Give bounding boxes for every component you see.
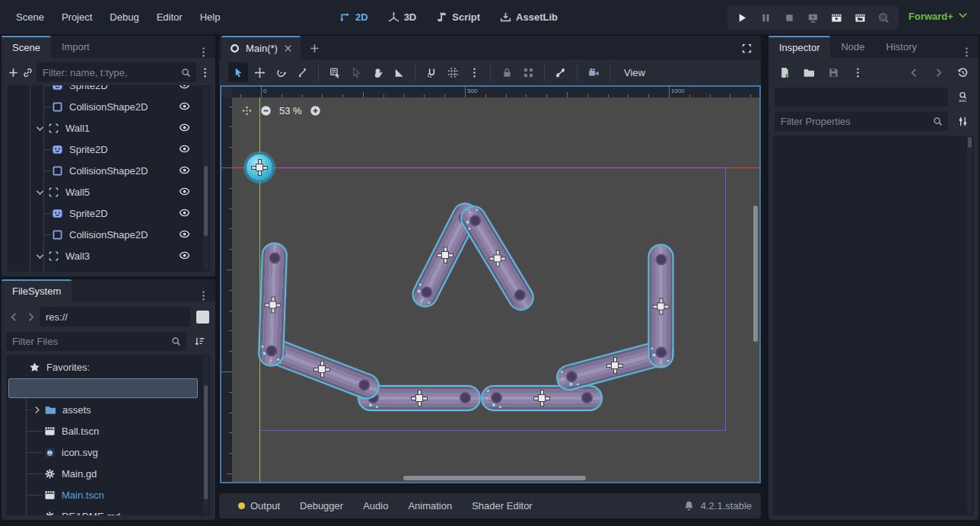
canvas-vscrollbar[interactable] — [753, 97, 759, 475]
center-view-icon[interactable] — [241, 105, 253, 116]
fs-item-readme-md[interactable]: README.md — [6, 505, 210, 515]
scene-node-collisionshape2d[interactable]: CollisionShape2D — [8, 160, 210, 181]
scene-node-sprite2d[interactable]: Sprite2D — [8, 202, 210, 224]
scene-filter-input[interactable] — [37, 62, 196, 82]
movie-reel-button[interactable] — [873, 8, 894, 27]
scene-node-sprite2d[interactable]: Sprite2D — [8, 139, 210, 160]
wall-capsule[interactable] — [481, 385, 603, 411]
pause-button[interactable] — [756, 8, 776, 27]
open-docs-button[interactable]: DOC — [953, 87, 972, 107]
visibility-eye-icon[interactable] — [179, 100, 190, 112]
fs-item-main-tscn[interactable]: Main.tscn — [6, 484, 210, 505]
filesystem-menu-button[interactable] — [192, 290, 215, 301]
preview-camera[interactable] — [584, 62, 603, 82]
zoom-level[interactable]: 53 % — [279, 105, 302, 116]
fs-forward-button[interactable] — [23, 307, 38, 327]
scene-tree-scrollbar[interactable] — [203, 87, 208, 270]
scene-node-collisionshape2d[interactable]: CollisionShape2D — [8, 224, 210, 245]
inspector-filter-input[interactable] — [775, 112, 948, 131]
visibility-eye-icon[interactable] — [179, 143, 190, 155]
viewport-canvas[interactable]: 53 % — [232, 97, 759, 482]
fs-split-mode-button[interactable] — [196, 311, 209, 324]
scale-tool[interactable] — [292, 62, 312, 82]
group-node-button[interactable] — [518, 62, 538, 82]
scene-node-sprite2d[interactable]: Sprite2D — [8, 266, 210, 272]
save-resource-button[interactable] — [823, 62, 843, 82]
distraction-free-button[interactable] — [737, 38, 756, 58]
visibility-eye-icon[interactable] — [179, 207, 190, 218]
fs-item-assets[interactable]: assets — [6, 399, 210, 420]
tab-inspector[interactable]: Inspector — [768, 36, 830, 58]
scene-node-collisionshape2d[interactable]: CollisionShape2D — [8, 96, 210, 117]
tab-filesystem[interactable]: FileSystem — [2, 279, 72, 301]
tab-main-scene[interactable]: Main(*) — [221, 36, 301, 59]
mode-assetlib[interactable]: AssetLib — [495, 8, 562, 26]
tab-scene[interactable]: Scene — [2, 36, 51, 58]
scene-node-wall5[interactable]: Wall5 — [8, 181, 210, 202]
fs-sort-button[interactable] — [189, 331, 209, 351]
fs-tree-scrollbar[interactable] — [203, 356, 208, 514]
tab-node[interactable]: Node — [830, 36, 875, 58]
renderer-selector[interactable]: Forward+ — [908, 9, 969, 23]
lock-node-button[interactable] — [497, 62, 517, 82]
mode-script[interactable]: Script — [431, 8, 485, 26]
menu-project[interactable]: Project — [54, 8, 100, 27]
remote-button[interactable] — [803, 8, 823, 27]
add-node-button[interactable] — [8, 62, 19, 82]
fs-item-ball-tscn[interactable]: Ball.tscn — [6, 420, 210, 442]
mode-3d[interactable]: 3D — [383, 8, 422, 26]
canvas-hscrollbar[interactable] — [232, 476, 753, 481]
scene-node-wall3[interactable]: Wall3 — [8, 245, 210, 266]
zoom-out-button[interactable] — [260, 105, 272, 116]
visibility-eye-icon[interactable] — [179, 85, 190, 91]
new-resource-button[interactable] — [775, 62, 794, 82]
move-tool[interactable] — [250, 62, 269, 82]
bottom-panel-animation[interactable]: Animation — [398, 493, 462, 518]
instance-scene-button[interactable] — [22, 62, 33, 82]
wall-capsule[interactable] — [648, 244, 673, 368]
scene-tree-menu-button[interactable] — [199, 62, 211, 82]
tab-history[interactable]: History — [876, 36, 928, 58]
menu-editor[interactable]: Editor — [149, 8, 190, 27]
scene-node-sprite2d[interactable]: Sprite2D — [8, 85, 210, 96]
fs-item-res-[interactable]: res:// — [6, 378, 210, 399]
resource-menu-button[interactable] — [848, 62, 867, 82]
stop-button[interactable] — [779, 8, 800, 27]
snap-options[interactable] — [464, 62, 484, 82]
ball-node[interactable] — [245, 153, 274, 182]
scene-dock-menu-button[interactable] — [192, 46, 215, 58]
drag-select-tool[interactable] — [346, 62, 366, 82]
visibility-eye-icon[interactable] — [179, 228, 190, 240]
scene-node-wall1[interactable]: Wall1 — [8, 117, 210, 139]
fs-path-field[interactable] — [40, 307, 190, 327]
view-menu-button[interactable]: View — [616, 67, 653, 78]
visibility-eye-icon[interactable] — [179, 186, 190, 197]
fs-item-main-gd[interactable]: Main.gd — [6, 463, 210, 484]
bottom-panel-output[interactable]: Output — [228, 493, 290, 518]
property-tools-button[interactable] — [953, 111, 972, 131]
smart-snap-toggle[interactable] — [422, 62, 441, 82]
movie-folder-button[interactable] — [850, 8, 870, 27]
rotate-tool[interactable] — [271, 62, 291, 82]
visibility-eye-icon[interactable] — [179, 250, 190, 261]
visibility-eye-icon[interactable] — [179, 271, 190, 272]
bottom-panel-audio[interactable]: Audio — [353, 493, 398, 518]
grid-snap-toggle[interactable] — [443, 62, 463, 82]
edit-history-button[interactable] — [953, 62, 972, 82]
measure-tool[interactable] — [389, 62, 409, 82]
mode-2d[interactable]: 2D — [335, 8, 373, 26]
select-tool[interactable] — [228, 62, 248, 82]
list-select-tool[interactable] — [325, 62, 345, 82]
history-forward-button[interactable] — [928, 62, 948, 82]
bottom-panel-shader-editor[interactable]: Shader Editor — [462, 493, 542, 518]
movie-play-button[interactable] — [826, 8, 847, 27]
wall-capsule[interactable] — [257, 242, 288, 367]
bottom-panel-debugger[interactable]: Debugger — [290, 493, 353, 518]
close-scene-tab-icon[interactable] — [283, 43, 293, 53]
skeleton-options[interactable] — [551, 62, 571, 82]
new-scene-tab-button[interactable] — [305, 38, 325, 58]
menu-help[interactable]: Help — [192, 8, 228, 27]
play-button[interactable] — [732, 8, 752, 27]
menu-scene[interactable]: Scene — [8, 8, 52, 27]
tab-import[interactable]: Import — [51, 36, 100, 58]
